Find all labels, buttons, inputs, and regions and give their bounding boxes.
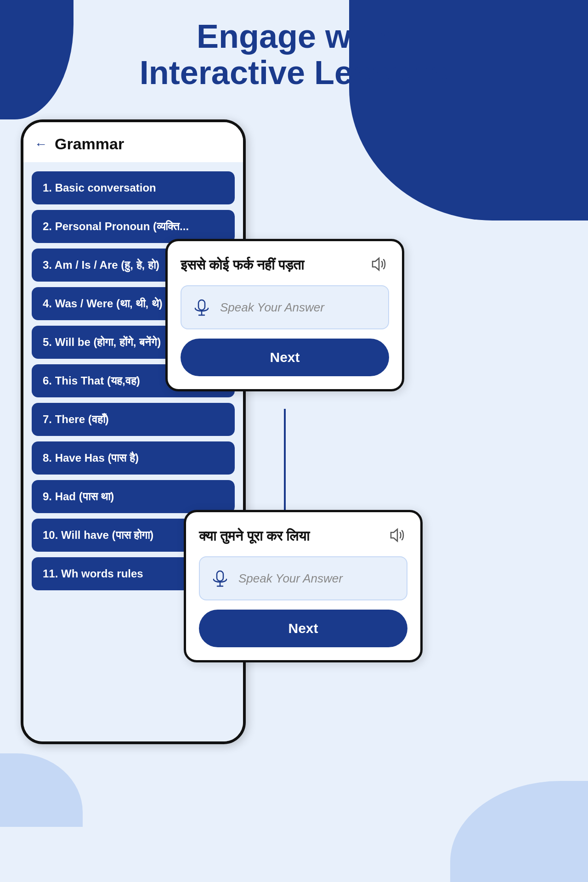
card-bottom-question: क्या तुमने पूरा कर लिया [199,528,310,544]
next-button-bottom[interactable]: Next [199,610,407,647]
speak-placeholder-bottom: Speak Your Answer [238,571,343,586]
speak-placeholder-top: Speak Your Answer [220,300,324,315]
page-header: Engage with Interactive Lessons [0,18,588,91]
speak-card-top: इससे कोई फर्क नहीं पड़ता Speak Your Answ… [165,239,404,391]
bg-blob-bottom-right [450,781,588,882]
connector-line [284,409,286,510]
speak-input-bottom[interactable]: Speak Your Answer [199,556,407,600]
card-top-question: इससे कोई फर्क नहीं पड़ता [181,257,304,273]
speaker-icon[interactable] [369,254,389,276]
list-item[interactable]: 2. Personal Pronoun (व्यक्ति... [32,210,235,243]
svg-rect-0 [198,300,205,310]
list-item[interactable]: 7. There (वहाँ) [32,403,235,436]
speak-input-top[interactable]: Speak Your Answer [181,285,389,329]
back-button[interactable]: ← [34,137,47,152]
phone-screen-title: Grammar [55,135,124,153]
speaker-icon[interactable] [387,525,407,547]
header-line1: Engage with [28,18,560,55]
header-line2: Interactive Lessons [28,55,560,91]
list-item[interactable]: 1. Basic conversation [32,171,235,204]
speak-card-bottom: क्या तुमने पूरा कर लिया Speak Your Answe… [184,510,423,662]
bg-blob-bottom-left [0,753,83,827]
list-item[interactable]: 8. Have Has (पास है) [32,441,235,475]
phone-header: ← Grammar [23,122,243,162]
mic-icon [191,296,213,318]
list-item[interactable]: 9. Had (पास था) [32,480,235,513]
mic-icon [209,567,231,589]
next-button-top[interactable]: Next [181,339,389,376]
svg-rect-3 [217,571,223,581]
